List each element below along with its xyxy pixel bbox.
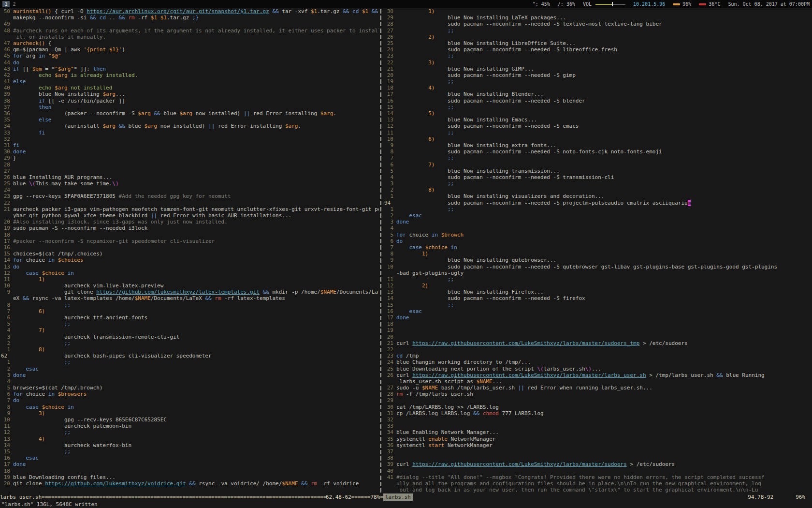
line-number: 35 — [0, 117, 13, 123]
line-number: 23 — [0, 193, 13, 199]
line-number: 16 — [0, 244, 13, 251]
code-line: 41#dialog --title "All done!" --msgbox "… — [383, 474, 812, 480]
window-separator[interactable] — [379, 8, 383, 493]
line-number: 7 — [383, 155, 396, 161]
code-line: 10 gpg --recv-keys 865E6C87C65285EC — [0, 417, 379, 423]
code-line: 37 then — [0, 104, 379, 110]
code-line: 10 aurcheck vim-live-latex-preview — [0, 283, 379, 289]
code-text — [396, 468, 812, 474]
volume-text: VOL — [583, 1, 592, 7]
code-text: sudo pacman --noconfirm --needed -S texl… — [396, 21, 812, 27]
line-number — [0, 15, 13, 21]
line-number: 3 — [383, 180, 396, 187]
code-text: done — [396, 314, 812, 321]
code-text: ;; — [13, 302, 379, 308]
code-text: systemctl enable NetworkManager — [396, 436, 812, 442]
code-line: 5for choice in $browch — [383, 232, 812, 238]
line-number: 43 — [0, 66, 13, 72]
code-line: 8 sudo pacman --noconfirm --needed -S no… — [383, 149, 812, 155]
code-line: 8 ;; — [0, 302, 379, 308]
workspace-tag-1[interactable]: 1 — [2, 1, 10, 7]
code-text: else — [13, 78, 379, 85]
line-number: 3 — [383, 219, 396, 225]
code-line: 29 blue Now installing LaTeX packages... — [383, 15, 812, 21]
code-text: 3) — [13, 410, 379, 417]
line-number: 6 — [0, 391, 13, 397]
code-line: 11 ;; — [383, 130, 812, 136]
code-text: it, or installs it manually. — [13, 34, 379, 40]
line-number: 8 — [0, 302, 13, 308]
code-text: (packer --noconfirm -S $arg && blue $arg… — [13, 110, 379, 117]
code-text — [396, 321, 812, 327]
line-number: 16 — [383, 308, 396, 314]
code-line: 62 aurcheck bash-pipes cli-visualizer sp… — [0, 353, 379, 359]
code-line: 16 esac — [383, 308, 812, 314]
code-line: 1 ;; — [0, 359, 379, 365]
line-number: 42 — [0, 72, 13, 78]
statusline-inactive[interactable]: larbs_user.sh ==========================… — [0, 493, 383, 501]
code-line: 36systemctl start NetworkManager — [383, 442, 812, 448]
code-text — [13, 168, 379, 174]
line-number: 11 — [0, 276, 13, 283]
line-number: 25 — [383, 366, 396, 372]
workspace-tag-2[interactable]: 2 — [11, 1, 18, 7]
line-number: 26 — [383, 372, 396, 378]
temperature-meter-icon — [699, 3, 706, 5]
line-number: 13 — [383, 289, 396, 295]
volume-slider[interactable] — [595, 2, 625, 6]
line-number: 24 — [383, 46, 396, 53]
line-number — [383, 480, 396, 487]
line-number: 17 — [0, 461, 13, 467]
line-number: 16 — [383, 98, 396, 104]
line-number: 37 — [0, 104, 13, 110]
code-line: 12 2) — [383, 283, 812, 289]
line-number: 20 — [0, 480, 13, 487]
code-text: ;; — [13, 429, 379, 435]
code-text: ybar-git python-pywal xfce-theme-blackbi… — [13, 212, 379, 219]
code-text — [13, 136, 379, 142]
code-line: 50aurinstall() { curl -O https://aur.arc… — [0, 8, 379, 15]
code-text — [396, 397, 812, 403]
line-number: 44 — [0, 60, 13, 66]
code-text — [396, 346, 812, 353]
code-text: aurcheck packer i3-gaps vim-pathogen neo… — [13, 206, 379, 212]
line-number: 5 — [0, 321, 13, 327]
code-line: 26 2) — [383, 34, 812, 40]
line-number: 27 — [383, 385, 396, 391]
code-line: 20 — [383, 334, 812, 340]
code-line: 18 — [0, 468, 379, 474]
line-number: 1 — [383, 193, 396, 199]
vim-pane-left[interactable]: 50aurinstall() { curl -O https://aur.arc… — [0, 8, 379, 493]
line-number: 37 — [383, 448, 396, 455]
code-text: for choice in $choices — [13, 257, 379, 263]
statusline-active[interactable]: larbs.sh 94,78-92 96% — [383, 493, 812, 501]
code-line: 19 — [383, 327, 812, 333]
code-line: 12 sudo pacman --noconfirm --needed -S e… — [383, 123, 812, 129]
code-line: 94 sudo pacman --noconfirm --needed -S p… — [383, 200, 812, 206]
code-text: done — [13, 149, 379, 155]
code-line: 44do — [0, 60, 379, 66]
line-number — [383, 487, 396, 493]
line-number: 50 — [0, 8, 13, 15]
code-text: browsers=$(cat /tmp/.browch) — [13, 385, 379, 391]
code-line: 40 echo $arg not installed — [0, 85, 379, 91]
line-number: 13 — [0, 436, 13, 442]
code-text: do — [396, 238, 812, 244]
code-text: cd /tmp — [396, 353, 812, 359]
code-line: 9 blue Now installing extra fonts... — [383, 142, 812, 149]
line-number: 6 — [383, 162, 396, 168]
code-line: 2 ;; — [0, 340, 379, 346]
line-number: 94 — [383, 200, 396, 206]
vim-pane-right[interactable]: 30 1)29 blue Now installing LaTeX packag… — [383, 8, 812, 493]
line-number: 47 — [0, 40, 13, 46]
vim-statuslines: larbs_user.sh ==========================… — [0, 493, 812, 501]
line-number — [0, 34, 13, 40]
line-number: 39 — [0, 91, 13, 97]
line-number: 1 — [0, 359, 13, 365]
line-number: 19 — [383, 78, 396, 85]
code-text: sudo pacman --noconfirm --needed -S tran… — [396, 174, 812, 180]
line-number: 20 — [383, 334, 396, 340]
line-number: 39 — [383, 461, 396, 467]
code-text: #Also installing i3lock, since i3-gaps w… — [13, 219, 379, 225]
code-line: 16 sudo pacman --noconfirm --needed -S b… — [383, 98, 812, 104]
